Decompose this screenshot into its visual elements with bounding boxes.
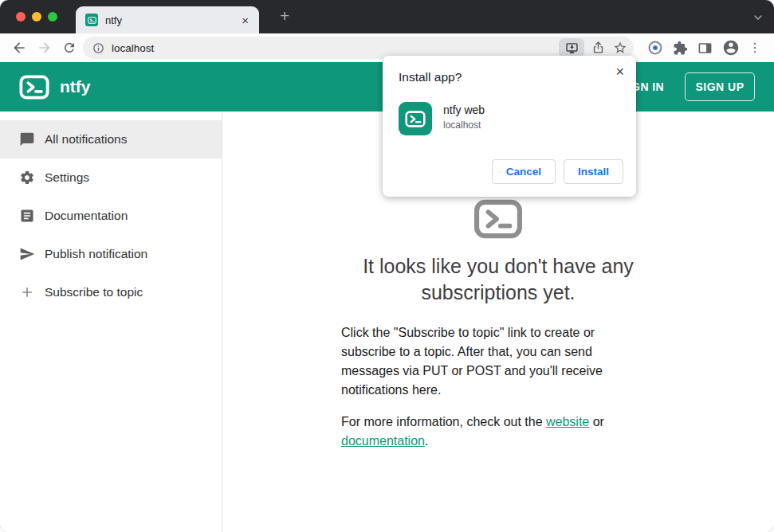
sign-up-button[interactable]: SIGN UP: [685, 72, 755, 101]
sidebar-item-label: Settings: [45, 170, 89, 185]
close-window-button[interactable]: [16, 12, 26, 22]
tab-strip: ntfy × +: [0, 0, 774, 33]
ntfy-app-icon: [399, 102, 432, 135]
website-link[interactable]: website: [546, 415, 589, 428]
gear-icon: [19, 170, 35, 186]
extensions-puzzle-icon[interactable]: [673, 41, 688, 59]
install-app-dialog: Install app? × ntfy web localhost Cancel…: [383, 56, 636, 197]
share-icon[interactable]: [591, 41, 605, 57]
dialog-title: Install app?: [399, 70, 620, 84]
minimize-window-button[interactable]: [32, 12, 41, 22]
send-icon: [19, 246, 35, 262]
cancel-button[interactable]: Cancel: [492, 159, 556, 184]
documentation-link[interactable]: documentation: [341, 434, 425, 448]
browser-tab[interactable]: ntfy ×: [76, 6, 259, 33]
sidebar-item-label: Subscribe to topic: [45, 285, 143, 299]
empty-state-heading: It looks like you don't have any subscri…: [327, 253, 670, 306]
book-icon: [19, 208, 35, 224]
browser-window: ntfy × + localhost: [0, 0, 774, 532]
forward-button[interactable]: [37, 40, 53, 59]
chat-bubble-icon: [19, 131, 35, 147]
brand-title: ntfy: [60, 77, 91, 96]
dialog-close-icon[interactable]: ×: [615, 64, 624, 80]
zoom-window-button[interactable]: [48, 12, 57, 22]
new-tab-button[interactable]: +: [275, 5, 294, 27]
plus-icon: [19, 284, 35, 300]
sidebar-item-label: Documentation: [45, 209, 128, 223]
more-info-text: .: [425, 434, 428, 448]
extension-icon[interactable]: [647, 40, 663, 59]
dialog-app-name: ntfy web: [443, 104, 485, 116]
more-info-text: or: [589, 415, 604, 428]
empty-state-more-info: For more information, check out the webs…: [341, 413, 622, 451]
sidebar-item-label: All notifications: [45, 132, 127, 147]
sidebar-item-label: Publish notification: [45, 247, 147, 261]
ntfy-favicon-icon: [85, 14, 98, 26]
side-panel-icon[interactable]: [697, 41, 713, 59]
ntfy-logo-icon: [19, 75, 49, 100]
empty-state-body: Click the "Subscribe to topic" link to c…: [341, 323, 622, 400]
url-text[interactable]: localhost: [112, 42, 634, 54]
install-button[interactable]: Install: [564, 159, 623, 184]
sidebar: All notifications Settings Documentation…: [0, 111, 222, 532]
profile-avatar-icon[interactable]: [722, 39, 740, 60]
sidebar-item-publish-notification[interactable]: Publish notification: [0, 235, 222, 273]
sidebar-item-settings[interactable]: Settings: [0, 158, 222, 197]
dialog-app-origin: localhost: [443, 119, 485, 131]
tab-list-chevron-icon[interactable]: [753, 11, 763, 25]
sidebar-item-all-notifications[interactable]: All notifications: [0, 120, 222, 158]
install-app-icon[interactable]: [559, 38, 584, 57]
back-button[interactable]: [11, 40, 27, 59]
reload-button[interactable]: [62, 41, 77, 58]
browser-menu-icon[interactable]: ⋮: [748, 40, 761, 56]
sidebar-item-documentation[interactable]: Documentation: [0, 197, 222, 235]
more-info-text: For more information, check out the: [341, 415, 546, 428]
sidebar-item-subscribe-to-topic[interactable]: Subscribe to topic: [0, 273, 222, 311]
tab-close-icon[interactable]: ×: [239, 14, 251, 27]
tab-title: ntfy: [105, 14, 239, 26]
site-info-icon[interactable]: [92, 42, 104, 54]
